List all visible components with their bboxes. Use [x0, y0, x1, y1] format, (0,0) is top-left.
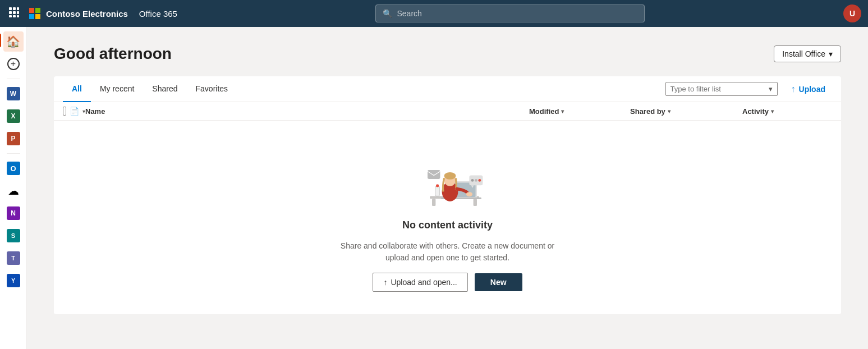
filter-box[interactable]: ▾ [665, 82, 778, 96]
svg-point-26 [475, 179, 477, 182]
empty-state: No content activity Share and collaborat… [54, 121, 841, 314]
company-name: Contoso Electronics [46, 9, 128, 19]
svg-rect-31 [436, 188, 439, 189]
svg-rect-6 [9, 15, 12, 17]
svg-rect-30 [436, 185, 439, 187]
sidebar-divider-2 [7, 153, 20, 154]
sidebar: 🏠 + W X P O ☁ N S T Y [0, 27, 27, 349]
svg-point-27 [478, 179, 481, 182]
sidebar-item-word[interactable]: W [3, 84, 24, 104]
sidebar-divider-1 [7, 79, 20, 79]
sidebar-item-powerpoint[interactable]: P [3, 128, 24, 149]
table-header: 📄 ▾ Name Modified ▾ Shared by ▾ Activity… [54, 102, 841, 121]
grid-menu-icon[interactable] [7, 5, 21, 22]
modified-column-header[interactable]: Modified ▾ [529, 107, 630, 116]
sharepoint-icon: S [7, 229, 20, 242]
sidebar-item-home[interactable]: 🏠 [3, 31, 24, 52]
name-column-header[interactable]: Name [85, 107, 529, 116]
empty-illustration [403, 143, 493, 210]
greeting-text: Good afternoon [54, 45, 172, 63]
chevron-down-icon: ▾ [829, 49, 833, 58]
search-box[interactable]: 🔍 Search [375, 4, 645, 22]
word-icon: W [7, 87, 20, 100]
user-avatar[interactable]: U [843, 4, 861, 22]
svg-rect-10 [35, 8, 40, 13]
empty-title: No content activity [402, 219, 493, 231]
onedrive-icon: ☁ [8, 184, 19, 198]
upload-open-label: Upload and open... [391, 278, 457, 287]
svg-rect-23 [428, 170, 440, 179]
upload-icon: ↑ [791, 84, 796, 94]
file-type-icon: 📄 [70, 107, 79, 116]
checkbox-column: 📄 ▾ [63, 107, 85, 116]
svg-rect-4 [13, 11, 16, 14]
svg-rect-11 [29, 14, 34, 19]
modified-sort-icon: ▾ [561, 108, 564, 114]
activity-sort-icon: ▾ [771, 108, 774, 114]
tab-all[interactable]: All [63, 76, 91, 102]
empty-actions: ↑ Upload and open... New [373, 273, 522, 292]
page-header: Good afternoon Install Office ▾ [54, 45, 841, 63]
excel-icon: X [7, 109, 20, 123]
new-button[interactable]: New [475, 273, 522, 291]
filter-input[interactable] [670, 85, 764, 93]
home-icon: 🏠 [6, 35, 20, 48]
sharedby-sort-icon: ▾ [668, 108, 670, 114]
svg-rect-15 [473, 199, 476, 206]
svg-point-22 [466, 192, 472, 196]
tab-favorites[interactable]: Favorites [187, 76, 237, 102]
content-area: Good afternoon Install Office ▾ All My r… [27, 27, 868, 349]
svg-rect-8 [17, 15, 19, 17]
svg-rect-12 [35, 14, 40, 19]
powerpoint-icon: P [7, 132, 20, 145]
install-office-label: Install Office [782, 49, 825, 58]
files-panel: All My recent Shared Favorites ▾ [54, 76, 841, 314]
sharedby-column-header[interactable]: Shared by ▾ [630, 107, 742, 116]
company-logo[interactable]: Contoso Electronics [28, 7, 128, 20]
sidebar-item-add[interactable]: + [3, 54, 24, 74]
app-name: Office 365 [139, 9, 177, 19]
main-layout: 🏠 + W X P O ☁ N S T Y [0, 27, 868, 349]
sidebar-item-onedrive[interactable]: ☁ [3, 181, 24, 201]
new-label: New [490, 278, 507, 287]
upload-label: Upload [799, 85, 825, 94]
top-navigation: Contoso Electronics Office 365 🔍 Search … [0, 0, 868, 27]
sidebar-item-excel[interactable]: X [3, 106, 24, 126]
upload-open-icon: ↑ [383, 278, 387, 287]
svg-point-21 [444, 172, 456, 180]
svg-rect-29 [435, 186, 439, 196]
onenote-icon: N [7, 206, 20, 220]
install-office-button[interactable]: Install Office ▾ [774, 45, 841, 62]
add-icon: + [7, 58, 20, 70]
sidebar-item-teams[interactable]: T [3, 248, 24, 268]
search-placeholder: Search [397, 9, 421, 18]
tab-shared[interactable]: Shared [143, 76, 186, 102]
viva-icon: Y [7, 274, 20, 287]
tab-my-recent[interactable]: My recent [91, 76, 143, 102]
header-checkbox[interactable] [63, 107, 66, 116]
outlook-icon: O [7, 162, 20, 175]
sidebar-item-onenote[interactable]: N [3, 203, 24, 223]
teams-icon: T [7, 251, 20, 265]
sidebar-item-sharepoint[interactable]: S [3, 226, 24, 246]
filter-icon: ▾ [769, 85, 773, 93]
toolbar-right: ▾ ↑ Upload [665, 81, 832, 98]
search-icon: 🔍 [383, 9, 392, 18]
svg-rect-5 [17, 11, 19, 14]
sidebar-item-outlook[interactable]: O [3, 158, 24, 178]
svg-rect-7 [13, 15, 16, 17]
svg-rect-9 [29, 8, 34, 13]
svg-rect-0 [9, 7, 12, 10]
upload-button[interactable]: ↑ Upload [784, 81, 832, 98]
svg-point-25 [471, 179, 474, 182]
svg-rect-3 [9, 11, 12, 14]
search-container: 🔍 Search [184, 4, 837, 22]
nav-right-area: U [843, 4, 861, 22]
upload-open-button[interactable]: ↑ Upload and open... [373, 273, 467, 292]
activity-column-header[interactable]: Activity ▾ [742, 107, 832, 116]
sidebar-item-viva[interactable]: Y [3, 270, 24, 291]
svg-rect-2 [17, 7, 19, 10]
svg-rect-1 [13, 7, 16, 10]
files-tabs: All My recent Shared Favorites [63, 76, 237, 102]
svg-rect-14 [432, 199, 435, 206]
